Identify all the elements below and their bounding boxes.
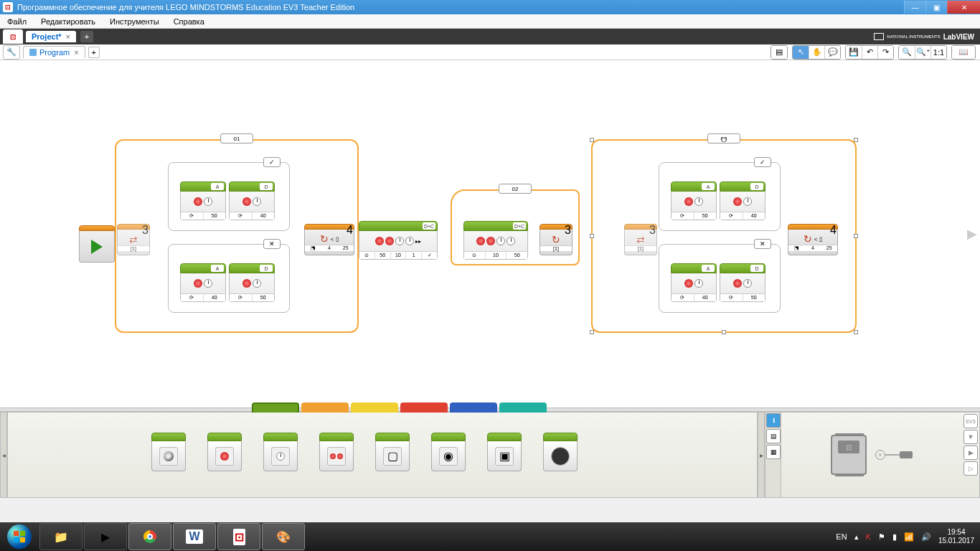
switch1-label[interactable]: 01 — [220, 133, 253, 143]
s3-motor-d-false[interactable]: D ⟳50 — [720, 263, 765, 303]
project-properties-button[interactable]: 🔧 — [3, 45, 20, 60]
switch1-true-case[interactable]: ✓ A ⟳50 D ⟳40 — [168, 162, 290, 231]
motor-block-d-false[interactable]: D ⟳50 — [229, 263, 275, 303]
menu-edit[interactable]: Редактировать — [34, 17, 103, 26]
switch3-false-case[interactable]: ✕ A ⟳40 D ⟳50 — [659, 244, 781, 313]
hw-port-view-button[interactable]: ▤ — [766, 429, 781, 443]
taskbar-explorer[interactable]: 📁 — [39, 523, 83, 550]
switch1-false-case[interactable]: ✕ A ⟳40 D ⟳50 — [168, 244, 290, 313]
window-maximize-button[interactable]: ▣ — [925, 1, 947, 14]
move-tank-2[interactable]: D+C ⊙ 10 50 — [463, 221, 528, 261]
palette-tab-myblocks[interactable] — [499, 402, 547, 413]
palette-brick-status-light[interactable]: ▣ — [487, 433, 522, 473]
download-run-button[interactable]: ▶ — [963, 446, 978, 460]
menu-tools[interactable]: Инструменты — [103, 17, 166, 26]
hardware-panel: ℹ ▤ ▦ ⊡ × EV3 ▼ ▶ ▷ — [765, 412, 980, 498]
palette-sound[interactable]: ◉ — [431, 433, 466, 473]
taskbar-word[interactable]: W — [173, 523, 216, 550]
download-button[interactable]: ▼ — [963, 430, 978, 444]
loop2-end[interactable]: 3 ↻ [1] — [540, 224, 573, 257]
loop-end-3[interactable]: 4 ↻ < ▯ ⬔ 4 25 — [788, 224, 838, 257]
palette-collapse-left[interactable]: ◂ — [0, 412, 7, 498]
s3-motor-d-true[interactable]: D ⟳40 — [720, 182, 765, 222]
palette-tab-flow[interactable] — [301, 402, 349, 413]
pan-tool-button[interactable]: ✋ — [809, 46, 824, 59]
palette-large-motor[interactable] — [207, 433, 242, 473]
palette-tab-sensor[interactable] — [351, 402, 398, 413]
palette-move-tank[interactable] — [319, 433, 354, 473]
s3-motor-a-true[interactable]: A ⟳50 — [671, 182, 717, 222]
tray-kaspersky-icon[interactable]: K — [866, 532, 871, 541]
select-tool-button[interactable]: ↖ — [793, 46, 809, 59]
loop-icon: ↻ — [320, 233, 329, 245]
window-close-button[interactable]: ✕ — [947, 1, 980, 14]
content-editor-button[interactable]: 📖 — [952, 46, 975, 59]
program-tab-bar: 🔧 Program × + ▤ ↖ ✋ 💬 💾 ↶ ↷ 🔍 🔍⁺ 1:1 📖 — [0, 44, 980, 60]
tray-battery-icon[interactable]: ▮ — [892, 532, 897, 542]
taskbar-ev3[interactable]: ⊡ — [217, 523, 260, 550]
false-badge[interactable]: ✕ — [263, 239, 281, 249]
tray-volume-icon[interactable]: 🔊 — [921, 532, 931, 542]
zoom-in-button[interactable]: 🔍⁺ — [915, 46, 930, 59]
start-button[interactable] — [0, 522, 39, 551]
loop-icon: ↻ — [552, 234, 560, 245]
save-button[interactable]: 💾 — [846, 46, 862, 59]
canvas-scroll-right[interactable]: ▶ — [967, 226, 977, 242]
program-add-button[interactable]: + — [88, 47, 100, 58]
switch3-true-case[interactable]: ✓ A ⟳50 D ⟳40 — [659, 162, 781, 231]
block-palette: ▢ ◉ ▣ — [7, 412, 758, 498]
true-badge[interactable]: ✓ — [263, 157, 281, 167]
app-icon: ⊡ — [3, 2, 13, 12]
palette-tab-data[interactable] — [400, 402, 448, 413]
project-tab-close[interactable]: × — [66, 32, 70, 41]
program-list-button[interactable]: ▤ — [771, 46, 787, 59]
motor-block-d-true[interactable]: D ⟳40 — [229, 182, 275, 222]
hw-connection-view: ⊡ × — [781, 413, 962, 497]
zoom-out-button[interactable]: 🔍 — [899, 46, 915, 59]
zoom-reset-button[interactable]: 1:1 — [930, 46, 946, 59]
window-minimize-button[interactable]: — — [904, 1, 925, 14]
tray-clock[interactable]: 19:54 15.01.2017 — [938, 528, 974, 545]
program-tab-close[interactable]: × — [74, 48, 78, 57]
palette-tab-advanced[interactable] — [450, 402, 497, 413]
palette-collapse-right[interactable]: ▸ — [758, 412, 765, 498]
hw-brick-info-button[interactable]: ℹ — [766, 413, 781, 428]
s3-motor-a-false[interactable]: A ⟳40 — [671, 263, 717, 303]
undo-button[interactable]: ↶ — [862, 46, 877, 59]
project-tab[interactable]: Project* × — [26, 31, 76, 42]
play-icon — [91, 240, 103, 254]
hw-available-bricks-button[interactable]: ▦ — [766, 445, 781, 459]
start-block[interactable] — [79, 225, 115, 264]
comment-tool-button[interactable]: 💬 — [824, 46, 840, 59]
tray-chevron-icon[interactable]: ▴ — [854, 532, 859, 542]
menubar: Файл Редактировать Инструменты Справка — [0, 14, 980, 29]
taskbar-media[interactable]: ▶ — [84, 523, 127, 550]
program-icon — [29, 49, 37, 56]
loop2-label[interactable]: 02 — [499, 184, 532, 194]
redo-button[interactable]: ↷ — [877, 46, 893, 59]
palette-medium-motor[interactable] — [151, 433, 186, 473]
programming-canvas[interactable]: ▶ 3 ⇄ [1] 01 ✓ A ⟳50 D ⟳40 — [0, 60, 980, 408]
move-tank-1[interactable]: D+C ▸▸ ⊙ 50 10 1 ✓ — [359, 221, 438, 261]
motor-block-a-false[interactable]: A ⟳40 — [180, 263, 226, 303]
loop-end-1[interactable]: 4 ↻ < ▯ ⬔ 4 25 — [304, 224, 354, 257]
menu-help[interactable]: Справка — [166, 17, 212, 26]
program-tab[interactable]: Program × — [23, 46, 85, 58]
tray-flag-icon[interactable]: ⚑ — [878, 532, 885, 542]
usb-icon — [900, 451, 913, 458]
lobby-button[interactable]: ⊡ — [3, 29, 23, 44]
motor-block-a-true[interactable]: A ⟳50 — [180, 182, 226, 222]
svg-rect-1 — [20, 531, 25, 536]
palette-stop[interactable] — [543, 433, 578, 473]
tray-language[interactable]: EN — [836, 532, 847, 541]
run-selected-button[interactable]: ▷ — [963, 461, 978, 476]
menu-file[interactable]: Файл — [0, 17, 34, 26]
taskbar-chrome[interactable] — [128, 523, 171, 550]
palette-display[interactable]: ▢ — [375, 433, 410, 473]
palette-tab-action[interactable] — [252, 402, 299, 413]
tray-network-icon[interactable]: 📶 — [904, 532, 914, 542]
project-add-button[interactable]: + — [80, 31, 93, 42]
taskbar-paint[interactable]: 🎨 — [262, 523, 305, 550]
palette-move-steering[interactable] — [263, 433, 298, 473]
window-titlebar: ⊡ Программное обеспечение для учителя LE… — [0, 0, 980, 14]
